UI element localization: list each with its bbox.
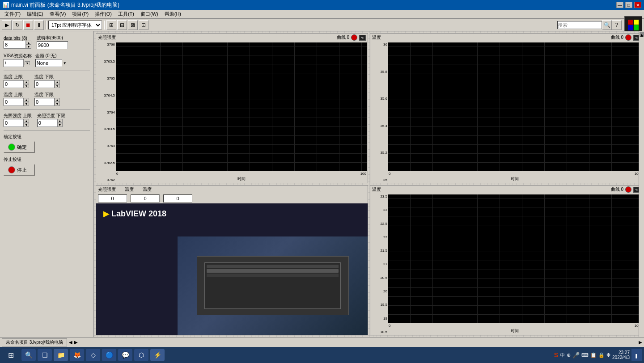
visa-input[interactable]	[4, 59, 24, 67]
reorder-button[interactable]: ⊡	[139, 20, 148, 30]
temp-row-2: 温度 上限 ▲ ▼ 温度 下限 ▲	[4, 92, 90, 106]
visa-dropdown[interactable]: ▼	[25, 61, 30, 65]
menu-file[interactable]: 文件(F)	[2, 10, 23, 18]
chart-tl-body: 3766 3765.5 3765 3764.5 3764 3763.5 3763…	[96, 42, 368, 183]
tray-mic-icon[interactable]: 🎤	[572, 352, 580, 359]
menu-view[interactable]: 查看(V)	[47, 10, 69, 18]
stop-button[interactable]: 停止	[4, 164, 35, 176]
temp-lower-input-wrapper: ▲ ▼	[34, 80, 60, 88]
status-tab[interactable]: 未命名项目 3.lvproj/我的电脑	[2, 338, 67, 346]
light-lower-spin: ▲ ▼	[57, 119, 63, 127]
temp-limits-group: 温度 上限 ▲ ▼ 温度 下限 ▲	[4, 74, 90, 88]
data-bits-down[interactable]: ▼	[26, 45, 31, 49]
coin-dropdown-btn[interactable]: ▼	[63, 61, 67, 65]
menu-tools[interactable]: 工具(T)	[115, 10, 137, 18]
taskbar-btn-4[interactable]: 💬	[118, 349, 132, 361]
chart-tr-plot	[388, 42, 641, 171]
status-bar: 未命名项目 3.lvproj/我的电脑 ◀ ▶ ▶	[0, 337, 644, 347]
y-axis-tr: 36 35.8 35.6 35.4 35.2 35	[371, 42, 388, 182]
charts-area: 光照强度 曲线 0 ∿ 3766 3765.5 3765 3764.5 3764	[94, 31, 644, 337]
divider-1	[4, 71, 90, 71]
hw-bar-2	[207, 269, 338, 273]
taskbar-btn-3[interactable]: 🔵	[102, 349, 116, 361]
pause-button[interactable]: ⏸	[34, 20, 44, 30]
divider-3	[4, 131, 90, 131]
run-button[interactable]: ▶	[2, 20, 12, 30]
record-btn-tl[interactable]	[351, 34, 357, 41]
temp-lower-up[interactable]: ▲	[55, 80, 60, 84]
light-upper-input[interactable]	[4, 119, 24, 127]
data-bits-input[interactable]	[4, 41, 26, 49]
coin-input[interactable]	[35, 59, 62, 67]
temp-lower2-up[interactable]: ▲	[55, 98, 60, 102]
temp-upper-down[interactable]: ▼	[24, 84, 29, 88]
help-button[interactable]: ?	[612, 20, 622, 30]
search-button[interactable]: 🔍	[602, 20, 612, 30]
distribute-button[interactable]: ⊟	[117, 20, 127, 30]
temp-lower-down[interactable]: ▼	[55, 84, 60, 88]
tray-star-icon[interactable]: ❋	[606, 352, 610, 358]
menu-help[interactable]: 帮助(H)	[162, 10, 184, 18]
temp-upper2-down[interactable]: ▼	[24, 102, 29, 106]
status-arrow-left[interactable]: ◀	[69, 340, 72, 345]
minimize-button[interactable]: —	[616, 2, 623, 8]
temp2-sensor-value	[163, 194, 192, 203]
tray-zh-icon[interactable]: 中	[560, 352, 565, 359]
run-continuously-button[interactable]: ↻	[13, 20, 22, 30]
temp-upper-input[interactable]	[4, 80, 24, 88]
font-selector[interactable]: 17pt 应用程序字体	[48, 21, 102, 30]
taskbar: ⊞ 🔍 ❑ 📁 🦊 ◇ 🔵 💬 ⬡ ⚡ S 中	[0, 347, 644, 363]
menu-project[interactable]: 项目(P)	[69, 10, 91, 18]
tray-layout-icon[interactable]: 📋	[590, 352, 597, 358]
tray-lock-icon[interactable]: 🔒	[598, 352, 605, 358]
right-scrollbar[interactable]: ▲	[639, 31, 644, 337]
menu-operate[interactable]: 操作(O)	[92, 10, 114, 18]
menu-edit[interactable]: 编辑(E)	[24, 10, 46, 18]
restore-button[interactable]: □	[625, 2, 632, 8]
hw-bar-3	[207, 274, 338, 277]
temp-upper-up[interactable]: ▲	[24, 80, 29, 84]
taskbar-btn-6[interactable]: ⚡	[150, 349, 165, 361]
light-lower-input[interactable]	[37, 119, 57, 127]
baud-rate-input[interactable]	[37, 41, 68, 49]
light-lower-down[interactable]: ▼	[57, 123, 63, 127]
align-button[interactable]: ⊞	[106, 20, 116, 30]
close-button[interactable]: ✕	[634, 2, 641, 8]
system-clock[interactable]: 23:27 2022/4/3	[612, 350, 630, 360]
light-upper-down[interactable]: ▼	[24, 123, 29, 127]
scroll-up-btn[interactable]: ▲	[640, 32, 644, 37]
taskbar-taskview-btn[interactable]: ❑	[38, 349, 52, 361]
wave-btn-tl[interactable]: ∿	[359, 35, 366, 41]
search-input[interactable]	[557, 21, 602, 29]
show-desktop-btn[interactable]: ▌	[631, 349, 642, 361]
tray-keyboard-icon[interactable]: ⌨	[581, 352, 589, 358]
taskbar-search-btn[interactable]: 🔍	[21, 349, 36, 361]
labview-arrow-icon: ▶	[103, 209, 110, 219]
temp-upper2-input[interactable]	[4, 98, 24, 106]
tray-plus-icon[interactable]: ⊕	[567, 352, 571, 358]
confirm-btn-group: 确定按钮 确定	[4, 134, 90, 153]
confirm-button[interactable]: 确定	[4, 141, 35, 153]
record-btn-tr[interactable]	[625, 34, 631, 41]
taskbar-btn-2[interactable]: ◇	[86, 349, 100, 361]
taskbar-btn-1[interactable]: 🦊	[70, 349, 84, 361]
start-button[interactable]: ⊞	[2, 349, 20, 361]
confirm-indicator	[8, 144, 15, 151]
light-lower-up[interactable]: ▲	[57, 119, 63, 123]
resize-button[interactable]: ⊠	[128, 20, 138, 30]
temp-lower-input[interactable]	[34, 80, 55, 88]
temp-upper2-up[interactable]: ▲	[24, 98, 29, 102]
menu-window[interactable]: 窗口(W)	[138, 10, 161, 18]
taskbar-btn-5[interactable]: ⬡	[134, 349, 148, 361]
stop-btn-label: 停止	[17, 167, 27, 173]
temp-lower2-input[interactable]	[34, 98, 55, 106]
data-bits-up[interactable]: ▲	[26, 41, 31, 45]
taskbar-explorer-btn[interactable]: 📁	[54, 349, 68, 361]
abort-button[interactable]: ⏹	[23, 20, 33, 30]
status-arrow-right[interactable]: ▶	[74, 340, 78, 345]
light-upper-up[interactable]: ▲	[24, 119, 29, 123]
visa-group: VISA资源名称 ▼ 金额 (0:无) ▼	[4, 53, 90, 67]
record-btn-br[interactable]	[625, 186, 631, 193]
temp-lower2-down[interactable]: ▼	[55, 102, 60, 106]
tray-s-icon[interactable]: S	[554, 351, 558, 359]
